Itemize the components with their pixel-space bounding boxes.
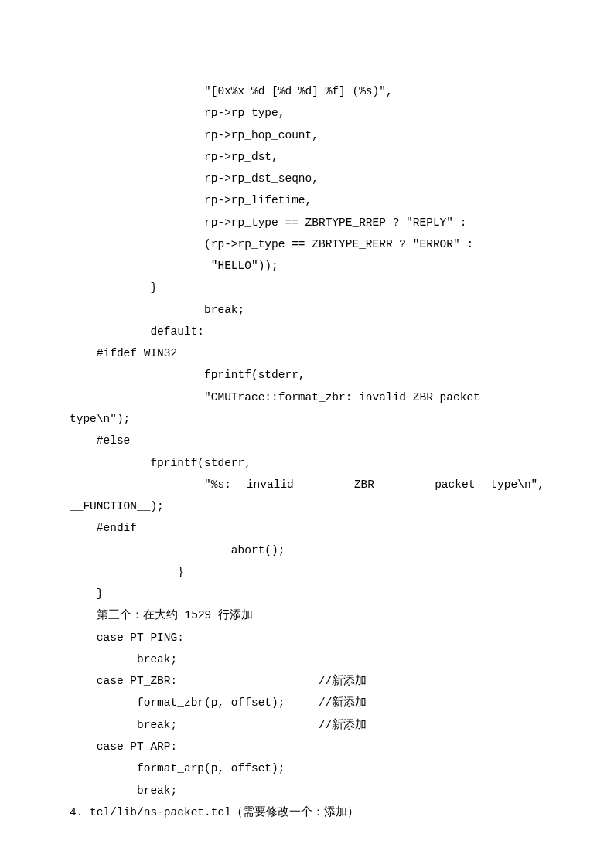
code-line: break; bbox=[70, 648, 544, 670]
code-line: "[0x%x %d [%d %d] %f] (%s)", bbox=[70, 80, 544, 102]
code-line: case PT_ARP: bbox=[70, 736, 544, 757]
code-line: } bbox=[70, 583, 544, 604]
just-word: invalid bbox=[247, 474, 294, 495]
code-line: __FUNCTION__); bbox=[70, 495, 544, 517]
code-line: (rp->rp_type == ZBRTYPE_RERR ? "ERROR" : bbox=[70, 233, 544, 255]
code-line: type\n"); bbox=[70, 408, 544, 430]
code-line: #endif bbox=[70, 517, 544, 539]
code-line: #else bbox=[70, 430, 544, 451]
code-line: #ifdef WIN32 bbox=[70, 342, 544, 364]
code-line: rp->rp_type, bbox=[70, 102, 544, 124]
just-word: ZBR bbox=[354, 474, 374, 495]
just-mid: invalid ZBR packet bbox=[231, 474, 491, 495]
code-line: rp->rp_type == ZBRTYPE_RREP ? "REPLY" : bbox=[70, 212, 544, 233]
just-left: "%s: bbox=[70, 474, 231, 495]
code-line: 4. tcl/lib/ns-packet.tcl（需要修改一个：添加） bbox=[70, 802, 544, 823]
code-line: case PT_PING: bbox=[70, 627, 544, 648]
code-line: format_arp(p, offset); bbox=[70, 757, 544, 779]
code-line: default: bbox=[70, 321, 544, 342]
code-line: 第三个：在大约 1529 行添加 bbox=[70, 604, 544, 626]
just-word: packet bbox=[435, 474, 475, 495]
code-line: fprintf(stderr, bbox=[70, 364, 544, 386]
just-right: type\n", bbox=[490, 474, 544, 495]
code-line: break; bbox=[70, 780, 544, 802]
code-line: } bbox=[70, 277, 544, 298]
code-line: break; bbox=[70, 299, 544, 321]
code-line: rp->rp_lifetime, bbox=[70, 189, 544, 211]
code-line: break; //新添加 bbox=[70, 714, 544, 736]
code-line: rp->rp_dst_seqno, bbox=[70, 168, 544, 189]
code-line: "HELLO")); bbox=[70, 255, 544, 277]
code-line: rp->rp_hop_count, bbox=[70, 124, 544, 146]
code-line: case PT_ZBR: //新添加 bbox=[70, 670, 544, 692]
code-line: format_zbr(p, offset); //新添加 bbox=[70, 692, 544, 713]
code-line-justified: "%s: invalid ZBR packet type\n", bbox=[70, 474, 544, 495]
code-line: fprintf(stderr, bbox=[70, 452, 544, 474]
code-line: rp->rp_dst, bbox=[70, 146, 544, 168]
code-line: } bbox=[70, 561, 544, 583]
document-page: "[0x%x %d [%d %d] %f] (%s)", rp->rp_type… bbox=[0, 0, 614, 868]
code-line: abort(); bbox=[70, 540, 544, 561]
code-line: "CMUTrace::format_zbr: invalid ZBR packe… bbox=[70, 386, 544, 408]
